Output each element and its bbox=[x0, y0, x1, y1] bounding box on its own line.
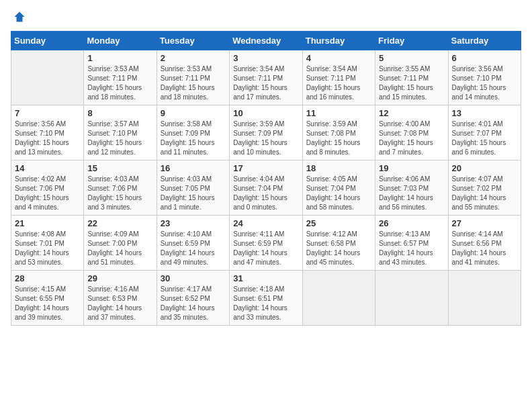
calendar-week-row: 28Sunrise: 4:15 AM Sunset: 6:55 PM Dayli… bbox=[11, 271, 521, 326]
calendar-cell: 10Sunrise: 3:59 AM Sunset: 7:09 PM Dayli… bbox=[230, 105, 302, 161]
day-info: Sunrise: 4:17 AM Sunset: 6:52 PM Dayligh… bbox=[161, 285, 226, 322]
day-number: 2 bbox=[161, 53, 226, 63]
calendar-header-sunday: Sunday bbox=[11, 32, 84, 50]
day-info: Sunrise: 4:12 AM Sunset: 6:58 PM Dayligh… bbox=[306, 230, 371, 267]
day-number: 12 bbox=[379, 108, 444, 118]
calendar-cell: 8Sunrise: 3:57 AM Sunset: 7:10 PM Daylig… bbox=[84, 105, 157, 161]
day-number: 22 bbox=[87, 218, 152, 228]
day-number: 9 bbox=[161, 108, 226, 118]
calendar-cell bbox=[375, 271, 448, 326]
calendar-cell: 13Sunrise: 4:01 AM Sunset: 7:07 PM Dayli… bbox=[448, 105, 521, 161]
day-number: 5 bbox=[379, 53, 444, 63]
calendar-header-monday: Monday bbox=[84, 32, 157, 50]
day-number: 21 bbox=[15, 218, 80, 228]
day-number: 20 bbox=[452, 163, 517, 173]
logo bbox=[11, 11, 26, 23]
day-info: Sunrise: 3:55 AM Sunset: 7:11 PM Dayligh… bbox=[379, 64, 444, 102]
calendar-cell: 18Sunrise: 4:05 AM Sunset: 7:04 PM Dayli… bbox=[302, 161, 375, 216]
day-number: 6 bbox=[452, 53, 517, 63]
calendar-cell: 14Sunrise: 4:02 AM Sunset: 7:06 PM Dayli… bbox=[11, 161, 84, 216]
day-info: Sunrise: 4:18 AM Sunset: 6:51 PM Dayligh… bbox=[233, 285, 298, 322]
day-number: 29 bbox=[87, 273, 152, 283]
day-number: 8 bbox=[87, 108, 152, 118]
calendar-cell bbox=[302, 271, 375, 326]
day-info: Sunrise: 3:57 AM Sunset: 7:10 PM Dayligh… bbox=[87, 120, 152, 157]
day-number: 7 bbox=[15, 108, 80, 118]
day-info: Sunrise: 4:01 AM Sunset: 7:07 PM Dayligh… bbox=[452, 120, 517, 157]
calendar-header-saturday: Saturday bbox=[448, 32, 521, 50]
page-header bbox=[11, 11, 521, 23]
logo-icon bbox=[13, 11, 26, 23]
calendar-week-row: 7Sunrise: 3:56 AM Sunset: 7:10 PM Daylig… bbox=[11, 105, 521, 161]
day-number: 30 bbox=[161, 273, 226, 283]
day-number: 26 bbox=[379, 218, 444, 228]
day-number: 31 bbox=[233, 273, 298, 283]
calendar-cell: 21Sunrise: 4:08 AM Sunset: 7:01 PM Dayli… bbox=[11, 216, 84, 271]
calendar-week-row: 1Sunrise: 3:53 AM Sunset: 7:11 PM Daylig… bbox=[11, 50, 521, 105]
day-info: Sunrise: 4:11 AM Sunset: 6:59 PM Dayligh… bbox=[233, 230, 298, 267]
day-info: Sunrise: 4:03 AM Sunset: 7:06 PM Dayligh… bbox=[87, 175, 152, 212]
day-info: Sunrise: 3:56 AM Sunset: 7:10 PM Dayligh… bbox=[452, 64, 517, 102]
day-info: Sunrise: 3:54 AM Sunset: 7:11 PM Dayligh… bbox=[306, 64, 371, 102]
day-number: 17 bbox=[233, 163, 298, 173]
day-number: 18 bbox=[306, 163, 371, 173]
calendar-cell: 6Sunrise: 3:56 AM Sunset: 7:10 PM Daylig… bbox=[448, 50, 521, 105]
day-number: 1 bbox=[87, 53, 152, 63]
day-number: 25 bbox=[306, 218, 371, 228]
calendar-cell: 24Sunrise: 4:11 AM Sunset: 6:59 PM Dayli… bbox=[230, 216, 302, 271]
calendar-cell: 2Sunrise: 3:53 AM Sunset: 7:11 PM Daylig… bbox=[157, 50, 229, 105]
calendar-header-friday: Friday bbox=[375, 32, 448, 50]
calendar-header-wednesday: Wednesday bbox=[230, 32, 302, 50]
calendar-table: SundayMondayTuesdayWednesdayThursdayFrid… bbox=[11, 31, 521, 326]
calendar-cell: 4Sunrise: 3:54 AM Sunset: 7:11 PM Daylig… bbox=[302, 50, 375, 105]
calendar-cell: 12Sunrise: 4:00 AM Sunset: 7:08 PM Dayli… bbox=[375, 105, 448, 161]
calendar-cell: 16Sunrise: 4:03 AM Sunset: 7:05 PM Dayli… bbox=[157, 161, 229, 216]
day-info: Sunrise: 4:03 AM Sunset: 7:05 PM Dayligh… bbox=[161, 175, 226, 212]
calendar-cell bbox=[448, 271, 521, 326]
calendar-cell: 27Sunrise: 4:14 AM Sunset: 6:56 PM Dayli… bbox=[448, 216, 521, 271]
day-info: Sunrise: 3:59 AM Sunset: 7:08 PM Dayligh… bbox=[306, 120, 371, 157]
day-info: Sunrise: 4:08 AM Sunset: 7:01 PM Dayligh… bbox=[15, 230, 80, 267]
calendar-header-row: SundayMondayTuesdayWednesdayThursdayFrid… bbox=[11, 32, 521, 50]
day-number: 16 bbox=[161, 163, 226, 173]
day-info: Sunrise: 4:05 AM Sunset: 7:04 PM Dayligh… bbox=[306, 175, 371, 212]
calendar-cell: 20Sunrise: 4:07 AM Sunset: 7:02 PM Dayli… bbox=[448, 161, 521, 216]
day-info: Sunrise: 3:53 AM Sunset: 7:11 PM Dayligh… bbox=[87, 64, 152, 102]
calendar-cell: 31Sunrise: 4:18 AM Sunset: 6:51 PM Dayli… bbox=[230, 271, 302, 326]
calendar-cell: 17Sunrise: 4:04 AM Sunset: 7:04 PM Dayli… bbox=[230, 161, 302, 216]
calendar-cell: 23Sunrise: 4:10 AM Sunset: 6:59 PM Dayli… bbox=[157, 216, 229, 271]
calendar-cell: 3Sunrise: 3:54 AM Sunset: 7:11 PM Daylig… bbox=[230, 50, 302, 105]
day-info: Sunrise: 4:10 AM Sunset: 6:59 PM Dayligh… bbox=[161, 230, 226, 267]
day-info: Sunrise: 4:16 AM Sunset: 6:53 PM Dayligh… bbox=[87, 285, 152, 322]
day-number: 15 bbox=[87, 163, 152, 173]
day-number: 13 bbox=[452, 108, 517, 118]
calendar-cell: 22Sunrise: 4:09 AM Sunset: 7:00 PM Dayli… bbox=[84, 216, 157, 271]
calendar-cell: 7Sunrise: 3:56 AM Sunset: 7:10 PM Daylig… bbox=[11, 105, 84, 161]
day-info: Sunrise: 3:59 AM Sunset: 7:09 PM Dayligh… bbox=[233, 120, 298, 157]
day-info: Sunrise: 4:09 AM Sunset: 7:00 PM Dayligh… bbox=[87, 230, 152, 267]
day-number: 10 bbox=[233, 108, 298, 118]
day-info: Sunrise: 4:13 AM Sunset: 6:57 PM Dayligh… bbox=[379, 230, 444, 267]
day-number: 14 bbox=[15, 163, 80, 173]
day-info: Sunrise: 4:00 AM Sunset: 7:08 PM Dayligh… bbox=[379, 120, 444, 157]
calendar-cell: 28Sunrise: 4:15 AM Sunset: 6:55 PM Dayli… bbox=[11, 271, 84, 326]
day-info: Sunrise: 4:07 AM Sunset: 7:02 PM Dayligh… bbox=[452, 175, 517, 212]
calendar-cell: 26Sunrise: 4:13 AM Sunset: 6:57 PM Dayli… bbox=[375, 216, 448, 271]
calendar-week-row: 14Sunrise: 4:02 AM Sunset: 7:06 PM Dayli… bbox=[11, 161, 521, 216]
day-info: Sunrise: 3:58 AM Sunset: 7:09 PM Dayligh… bbox=[161, 120, 226, 157]
day-info: Sunrise: 4:14 AM Sunset: 6:56 PM Dayligh… bbox=[452, 230, 517, 267]
calendar-cell: 19Sunrise: 4:06 AM Sunset: 7:03 PM Dayli… bbox=[375, 161, 448, 216]
calendar-cell: 1Sunrise: 3:53 AM Sunset: 7:11 PM Daylig… bbox=[84, 50, 157, 105]
day-info: Sunrise: 3:54 AM Sunset: 7:11 PM Dayligh… bbox=[233, 64, 298, 102]
day-info: Sunrise: 3:56 AM Sunset: 7:10 PM Dayligh… bbox=[15, 120, 80, 157]
day-number: 11 bbox=[306, 108, 371, 118]
day-number: 3 bbox=[233, 53, 298, 63]
day-number: 23 bbox=[161, 218, 226, 228]
day-number: 28 bbox=[15, 273, 80, 283]
day-info: Sunrise: 4:02 AM Sunset: 7:06 PM Dayligh… bbox=[15, 175, 80, 212]
day-number: 19 bbox=[379, 163, 444, 173]
calendar-cell: 29Sunrise: 4:16 AM Sunset: 6:53 PM Dayli… bbox=[84, 271, 157, 326]
day-info: Sunrise: 4:15 AM Sunset: 6:55 PM Dayligh… bbox=[15, 285, 80, 322]
calendar-cell: 11Sunrise: 3:59 AM Sunset: 7:08 PM Dayli… bbox=[302, 105, 375, 161]
calendar-week-row: 21Sunrise: 4:08 AM Sunset: 7:01 PM Dayli… bbox=[11, 216, 521, 271]
